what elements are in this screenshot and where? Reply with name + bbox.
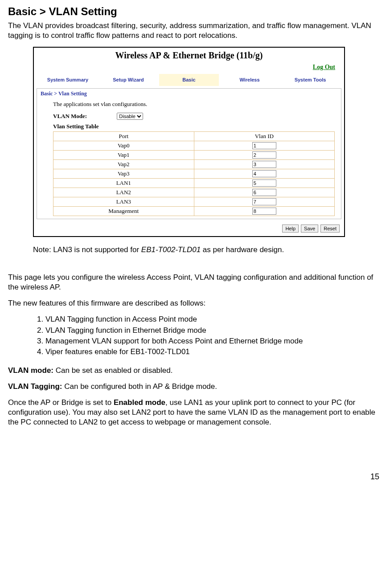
table-row: Vap1 <box>53 151 335 160</box>
tab-system-tools[interactable]: System Tools <box>280 74 341 86</box>
logout-link[interactable]: Log Out <box>313 64 335 70</box>
vlan-id-input[interactable] <box>252 189 276 196</box>
vlan-table: Port Vlan ID Vap0 Vap1 Vap2 Vap3 LAN1 LA… <box>53 131 335 216</box>
col-vlan-id: Vlan ID <box>194 132 335 141</box>
vlan-id-input[interactable] <box>252 142 276 149</box>
list-item: Management VLAN support for both Access … <box>45 336 382 346</box>
panel-description: The applications set vlan configurations… <box>53 101 335 108</box>
vlan-id-input[interactable] <box>252 170 276 177</box>
table-caption: Vlan Setting Table <box>53 123 335 131</box>
definitions: VLAN mode: Can be set as enabled or disa… <box>8 366 382 427</box>
table-row: Vap2 <box>53 160 335 169</box>
table-row: LAN1 <box>53 179 335 188</box>
tab-basic[interactable]: Basic <box>159 74 219 86</box>
page-title: Basic > VLAN Setting <box>8 4 382 18</box>
list-item: VLAN Tagging function in Access Point mo… <box>45 314 382 324</box>
vlan-id-input[interactable] <box>252 208 276 215</box>
nav-tabs: System Summary Setup Wizard Basic Wirele… <box>34 74 344 86</box>
config-paragraph: This page lets you configure the wireles… <box>8 273 382 292</box>
col-port: Port <box>53 132 194 141</box>
intro-paragraph: The VLAN provides broadcast filtering, s… <box>8 21 382 41</box>
router-screenshot: Wireless AP & Ethernet Bridge (11b/g) Lo… <box>33 47 345 237</box>
note-line: Note: LAN3 is not supported for EB1-T002… <box>33 245 382 255</box>
vlan-mode-select[interactable]: Disable <box>117 113 143 120</box>
vlan-id-input[interactable] <box>252 198 276 205</box>
tab-setup-wizard[interactable]: Setup Wizard <box>98 74 159 86</box>
table-row: Management <box>53 207 335 216</box>
settings-panel: Basic > Vlan Setting The applications se… <box>37 88 341 219</box>
table-row: LAN2 <box>53 188 335 197</box>
features-list: VLAN Tagging function in Access Point mo… <box>33 314 382 356</box>
list-item: VLAN Tagging function in Ethernet Bridge… <box>45 326 382 335</box>
vlan-id-input[interactable] <box>252 180 276 187</box>
page-number: 15 <box>8 472 382 482</box>
vlan-id-input[interactable] <box>252 151 276 159</box>
router-title: Wireless AP & Ethernet Bridge (11b/g) <box>34 48 344 62</box>
save-button[interactable]: Save <box>301 225 318 233</box>
tab-wireless[interactable]: Wireless <box>219 74 280 86</box>
vlan-mode-label: VLAN Mode: <box>53 113 115 120</box>
vlan-id-input[interactable] <box>252 161 276 168</box>
help-button[interactable]: Help <box>282 225 299 233</box>
reset-button[interactable]: Reset <box>320 225 340 233</box>
table-row: LAN3 <box>53 197 335 207</box>
breadcrumb: Basic > Vlan Setting <box>41 90 337 98</box>
tab-system-summary[interactable]: System Summary <box>37 74 98 86</box>
features-intro: The new features of this firmware are de… <box>8 298 382 308</box>
table-row: Vap0 <box>53 141 335 151</box>
list-item: Viper features enable for EB1-T002-TLD01 <box>45 347 382 357</box>
table-row: Vap3 <box>53 169 335 179</box>
